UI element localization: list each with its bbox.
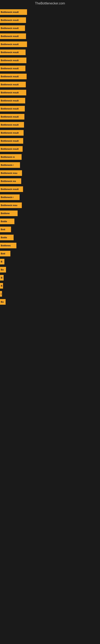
bar-35: | <box>0 291 2 297</box>
bar-row: Bottleneck result <box>0 130 100 136</box>
bar-label-30: Bott <box>1 252 5 255</box>
bars-container: Bottleneck resultBottleneck resultBottle… <box>0 6 100 308</box>
bar-16: Bottleneck result <box>0 138 23 144</box>
bar-row: Bottle <box>0 235 100 240</box>
bar-row: Bott <box>0 251 100 256</box>
bar-row: Bottleneck r <box>0 194 100 200</box>
bar-row: Bottleneck result <box>0 138 100 144</box>
bar-label-21: Bottleneck res <box>1 180 16 182</box>
bar-label-20: Bottleneck resu <box>1 172 17 174</box>
bar-label-16: Bottleneck result <box>1 140 19 142</box>
bar-row: Bo <box>0 299 100 305</box>
bar-row: B <box>0 259 100 264</box>
bar-label-24: Bottleneck resu <box>1 204 17 206</box>
bar-10: Bottleneck result <box>0 90 26 96</box>
bar-2: Bottleneck result <box>0 25 25 31</box>
bar-label-10: Bottleneck result <box>1 91 19 94</box>
bar-row: Bottleneck resu <box>0 170 100 176</box>
bar-31: B <box>0 259 4 264</box>
bar-row: Bottleneck result <box>0 146 100 152</box>
bar-32: Bo <box>0 267 6 272</box>
bar-3: Bottleneck result <box>0 34 26 39</box>
bar-label-22: Bottleneck result <box>1 188 19 190</box>
bar-33: B <box>0 275 3 280</box>
bar-5: Bottleneck result <box>0 50 26 55</box>
bar-label-18: Bottleneck re <box>1 156 15 158</box>
bar-label-36: Bo <box>1 301 4 303</box>
bar-label-35: | <box>1 292 1 295</box>
bar-23: Bottleneck r <box>0 194 20 200</box>
bar-26: Bottle <box>0 218 14 224</box>
bar-36: Bo <box>0 299 6 305</box>
bar-18: Bottleneck re <box>0 154 22 160</box>
bar-row: Bottleneck result <box>0 82 100 87</box>
bar-label-31: B <box>1 260 2 263</box>
bar-label-25: Bottlene <box>1 212 10 214</box>
bar-13: Bottleneck result <box>0 114 24 120</box>
bar-row: B <box>0 283 100 288</box>
bar-row: Bottleneck res <box>0 178 100 184</box>
bar-label-33: B <box>1 276 2 279</box>
bar-21: Bottleneck res <box>0 178 21 184</box>
bar-label-7: Bottleneck result <box>1 67 19 70</box>
bar-label-19: Bottleneck r <box>1 164 14 166</box>
bar-28: Bottle <box>0 235 14 240</box>
bar-label-5: Bottleneck result <box>1 51 19 54</box>
bar-label-13: Bottleneck result <box>1 116 19 118</box>
bar-row: Bottleneck result <box>0 98 100 104</box>
bar-row: Bottleneck result <box>0 25 100 31</box>
bar-30: Bott <box>0 251 10 256</box>
bar-19: Bottleneck r <box>0 162 20 168</box>
bar-12: Bottleneck result <box>0 106 25 112</box>
bar-label-9: Bottleneck result <box>1 83 19 86</box>
bar-label-27: Bott <box>1 228 5 231</box>
bar-row: Bottlene <box>0 210 100 216</box>
bar-label-4: Bottleneck result <box>1 43 19 46</box>
bar-label-26: Bottle <box>1 220 7 222</box>
bar-27: Bott <box>0 226 11 232</box>
bar-row: Bott <box>0 226 100 232</box>
bar-label-1: Bottleneck result <box>1 19 19 21</box>
bar-25: Bottlene <box>0 210 18 216</box>
bar-0: Bottleneck result <box>0 9 27 15</box>
bar-4: Bottleneck result <box>0 42 27 47</box>
bar-label-14: Bottleneck result <box>1 124 19 126</box>
bar-label-29: Bottlenec <box>1 244 11 247</box>
bar-row: Bottleneck result <box>0 17 100 23</box>
bar-row: B <box>0 275 100 280</box>
bar-7: Bottleneck result <box>0 66 25 71</box>
bar-label-23: Bottleneck r <box>1 196 14 198</box>
bar-row: | <box>0 291 100 297</box>
bar-row: Bottleneck result <box>0 42 100 47</box>
bar-label-2: Bottleneck result <box>1 27 19 30</box>
bar-15: Bottleneck result <box>0 130 24 136</box>
bar-row: Bottleneck result <box>0 90 100 96</box>
bar-label-34: B <box>1 284 2 287</box>
bar-row: Bottleneck result <box>0 74 100 79</box>
bar-row: Bottleneck re <box>0 154 100 160</box>
bar-label-12: Bottleneck result <box>1 108 19 110</box>
bar-row: Bottleneck r <box>0 162 100 168</box>
bar-17: Bottleneck result <box>0 146 23 152</box>
bar-24: Bottleneck resu <box>0 202 22 208</box>
bar-row: Bottleneck result <box>0 58 100 63</box>
bar-row: Bottleneck result <box>0 66 100 71</box>
bar-row: Bottleneck result <box>0 34 100 39</box>
bar-22: Bottleneck result <box>0 186 23 192</box>
bar-label-28: Bottle <box>1 236 7 239</box>
bar-row: Bo <box>0 267 100 272</box>
bar-11: Bottleneck result <box>0 98 25 104</box>
site-title: TheBottlenecker.com <box>0 0 100 6</box>
bar-label-17: Bottleneck result <box>1 148 19 150</box>
bar-8: Bottleneck result <box>0 74 27 79</box>
bar-row: Bottleneck result <box>0 9 100 15</box>
bar-14: Bottleneck result <box>0 122 24 128</box>
bar-label-0: Bottleneck result <box>1 11 19 13</box>
bar-row: Bottlenec <box>0 243 100 248</box>
bar-34: B <box>0 283 3 288</box>
bar-label-11: Bottleneck result <box>1 100 19 102</box>
bar-row: Bottleneck result <box>0 50 100 55</box>
bar-row: Bottle <box>0 218 100 224</box>
bar-label-8: Bottleneck result <box>1 75 19 78</box>
bar-29: Bottlenec <box>0 243 16 248</box>
